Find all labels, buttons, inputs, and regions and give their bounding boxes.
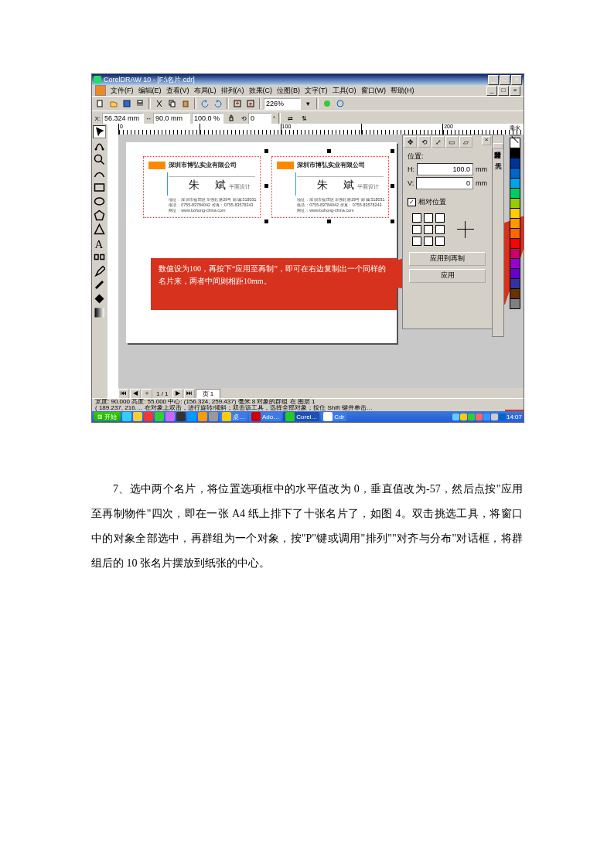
business-card-2[interactable]: 深圳市博弘实业有限公司 朱 斌 平面设计 地址：深圳市福田区华强北路29号 邮编… xyxy=(271,156,389,218)
h-value-field[interactable]: 100.0 xyxy=(417,163,473,175)
redo-icon[interactable] xyxy=(212,97,224,110)
color-swatch[interactable] xyxy=(510,228,520,239)
mirror-v-icon[interactable]: ⇅ xyxy=(298,112,310,124)
child-maximize-button[interactable]: □ xyxy=(498,86,509,96)
color-swatch[interactable] xyxy=(510,158,520,168)
color-swatch[interactable] xyxy=(510,278,520,289)
mirror-h-icon[interactable]: ⇄ xyxy=(284,112,296,124)
start-button[interactable]: ⊞ 开始 xyxy=(94,412,121,421)
tray-icon[interactable] xyxy=(452,414,459,420)
menu-view[interactable]: 查看(V) xyxy=(166,86,189,96)
taskbar-item[interactable]: Corel… xyxy=(283,412,319,421)
rot-field[interactable]: 0 xyxy=(248,113,271,124)
menu-window[interactable]: 窗口(W) xyxy=(361,86,387,96)
quick-launch-icon[interactable] xyxy=(198,412,207,421)
zoom-tool-icon[interactable] xyxy=(93,153,106,166)
color-swatch[interactable] xyxy=(510,288,520,299)
close-button[interactable]: × xyxy=(511,75,522,85)
menu-layout[interactable]: 布局(L) xyxy=(194,86,217,96)
color-swatch[interactable] xyxy=(510,268,520,279)
text-tool-icon[interactable]: A xyxy=(93,237,106,250)
undo-icon[interactable] xyxy=(199,97,211,110)
corel-online-icon[interactable] xyxy=(334,97,346,110)
basic-shapes-icon[interactable] xyxy=(93,223,106,236)
import-icon[interactable] xyxy=(231,97,244,110)
tray-icon[interactable] xyxy=(491,414,498,420)
shape-tool-icon[interactable] xyxy=(93,139,106,152)
apply-to-duplicate-button[interactable]: 应用到再制 xyxy=(409,252,486,266)
paste-icon[interactable] xyxy=(179,97,192,110)
save-icon[interactable] xyxy=(121,97,133,110)
color-swatch[interactable] xyxy=(510,208,520,219)
add-page-button[interactable]: ＋ xyxy=(142,389,152,399)
quick-launch-icon[interactable] xyxy=(165,412,175,421)
outline-tool-icon[interactable] xyxy=(93,278,106,291)
ellipse-tool-icon[interactable] xyxy=(93,195,106,208)
docker-tab-object-manager[interactable]: 对象管理器 xyxy=(493,143,503,149)
prev-page-button[interactable]: ◀ xyxy=(130,389,141,399)
menu-edit[interactable]: 编辑(E) xyxy=(138,86,162,96)
menu-tools[interactable]: 工具(O) xyxy=(333,86,356,96)
taskbar-item[interactable]: Cdr xyxy=(321,412,346,421)
minimize-button[interactable]: _ xyxy=(488,75,499,85)
new-icon[interactable] xyxy=(94,97,107,110)
taskbar-item[interactable]: 桌… xyxy=(220,412,247,421)
fill-tool-icon[interactable] xyxy=(93,292,106,305)
size-tab-icon[interactable]: ▭ xyxy=(445,136,459,148)
tray-icon[interactable] xyxy=(468,414,475,420)
polygon-tool-icon[interactable] xyxy=(93,209,106,222)
child-close-button[interactable]: × xyxy=(510,86,520,96)
open-icon[interactable] xyxy=(107,97,120,110)
cut-icon[interactable] xyxy=(153,97,165,110)
w-field[interactable]: 90.0 mm xyxy=(153,113,190,124)
anchor-grid[interactable] xyxy=(412,213,445,246)
eyedropper-tool-icon[interactable] xyxy=(93,264,106,277)
color-swatch[interactable] xyxy=(510,148,520,158)
relative-position-checkbox[interactable]: ✓ 相对位置 xyxy=(408,197,487,207)
first-page-button[interactable]: ⏮ xyxy=(118,389,129,399)
position-tab-icon[interactable]: ✥ xyxy=(404,136,417,148)
menu-arrange[interactable]: 排列(A) xyxy=(221,86,244,96)
color-swatch[interactable] xyxy=(510,168,520,179)
quick-launch-icon[interactable] xyxy=(187,412,196,421)
menu-file[interactable]: 文件(F) xyxy=(111,86,134,96)
menu-effects[interactable]: 效果(C) xyxy=(249,86,273,96)
quick-launch-icon[interactable] xyxy=(155,412,164,421)
page-tab[interactable]: 页 1 xyxy=(196,389,221,399)
color-swatch[interactable] xyxy=(510,188,520,199)
skew-tab-icon[interactable]: ▱ xyxy=(459,136,472,148)
next-page-button[interactable]: ▶ xyxy=(172,389,183,399)
tray-icon[interactable] xyxy=(499,414,506,420)
color-swatch[interactable] xyxy=(510,258,520,269)
tray-icon[interactable] xyxy=(483,414,490,420)
color-swatch[interactable] xyxy=(510,298,520,309)
sx-field[interactable]: 100.0 % xyxy=(192,113,223,124)
quick-launch-icon[interactable] xyxy=(133,412,142,421)
copy-icon[interactable] xyxy=(166,97,179,110)
interactive-fill-icon[interactable] xyxy=(93,306,106,319)
last-page-button[interactable]: ⏭ xyxy=(184,389,195,399)
app-launcher-icon[interactable] xyxy=(321,97,333,110)
zoom-dropdown-icon[interactable]: ▾ xyxy=(302,97,314,110)
apply-button[interactable]: 应用 xyxy=(409,269,486,283)
lock-ratio-icon[interactable] xyxy=(225,112,237,124)
color-swatch[interactable] xyxy=(510,238,520,249)
color-swatch[interactable] xyxy=(510,198,520,209)
pick-tool-icon[interactable] xyxy=(93,125,106,138)
tray-icon[interactable] xyxy=(460,414,467,420)
quick-launch-icon[interactable] xyxy=(122,412,131,421)
rectangle-tool-icon[interactable] xyxy=(93,181,106,194)
quick-launch-icon[interactable] xyxy=(176,412,186,421)
print-icon[interactable] xyxy=(134,97,146,110)
interactive-blend-icon[interactable] xyxy=(93,250,106,264)
export-icon[interactable] xyxy=(244,97,257,110)
scale-tab-icon[interactable]: ⤢ xyxy=(432,136,445,148)
quick-launch-icon[interactable] xyxy=(209,412,218,421)
rotate-tab-icon[interactable]: ⟲ xyxy=(418,136,431,148)
color-swatch[interactable] xyxy=(510,218,520,229)
zoom-field[interactable]: 226% xyxy=(264,98,301,110)
no-fill-swatch[interactable] xyxy=(510,134,520,136)
freehand-tool-icon[interactable] xyxy=(93,167,106,180)
menu-text[interactable]: 文字(T) xyxy=(305,86,328,96)
tray-icon[interactable] xyxy=(476,414,483,420)
